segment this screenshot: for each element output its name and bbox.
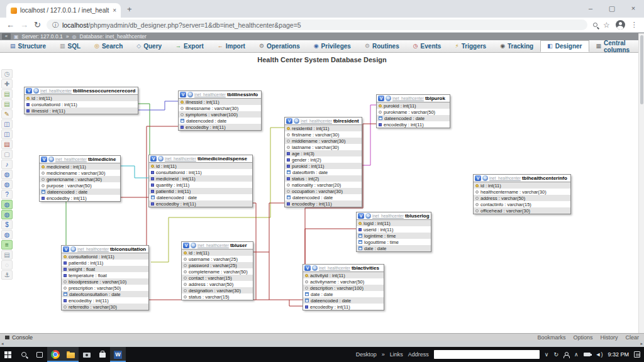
- links-toolbar-label[interactable]: Links: [390, 351, 403, 358]
- reload-icon[interactable]: ↻: [34, 20, 41, 30]
- table-field[interactable]: logintime : time: [357, 233, 431, 239]
- help-clock-icon[interactable]: ◷: [1, 69, 13, 79]
- globe-icon[interactable]: ◍: [1, 170, 13, 179]
- tab-events[interactable]: ◷Events: [406, 40, 448, 52]
- table-field[interactable]: dateencoded : date: [149, 194, 252, 200]
- back-icon[interactable]: ←: [6, 20, 14, 30]
- select-table-icon[interactable]: V: [41, 156, 47, 162]
- clock[interactable]: 9:32 PM: [608, 351, 629, 358]
- table-header[interactable]: V⚙inet_healthcentertblpurok: [377, 95, 450, 102]
- table-tblmedicinedispense[interactable]: V⚙inet_healthcentertblmedicinedispenseid…: [148, 155, 253, 207]
- table-tblmedicine[interactable]: V⚙inet_healthcentertblmedicinemedicineid…: [39, 155, 121, 202]
- save-icon[interactable]: ◫: [1, 119, 13, 129]
- table-header[interactable]: V⚙inet_healthcentertblmedicinedispense: [149, 155, 252, 163]
- show-hidden-icons-icon[interactable]: ∧: [574, 351, 579, 358]
- tab-query[interactable]: ◇Query: [130, 40, 169, 52]
- select-table-icon[interactable]: V: [180, 92, 186, 97]
- table-options-icon[interactable]: ⚙: [70, 246, 76, 252]
- table-field[interactable]: illnessname : varchar(30): [179, 105, 261, 111]
- desktop-toolbar-label[interactable]: Desktop: [356, 351, 377, 358]
- maximize-button[interactable]: ▢: [601, 0, 623, 18]
- table-field[interactable]: logid : int(11): [357, 220, 431, 226]
- table-options-icon[interactable]: ⚙: [294, 118, 299, 124]
- edit-page-icon[interactable]: ✎: [1, 109, 13, 119]
- table-field[interactable]: id : int(11): [149, 163, 252, 169]
- select-table-icon[interactable]: V: [358, 213, 364, 219]
- address-input[interactable]: [434, 350, 540, 359]
- table-field[interactable]: address : varchar(50): [182, 281, 253, 287]
- table-field[interactable]: lastname : varchar(30): [285, 144, 362, 150]
- people-icon[interactable]: [564, 352, 569, 358]
- explorer-taskbar-button[interactable]: [63, 347, 79, 362]
- tab-sql[interactable]: ▥SQL: [53, 40, 87, 52]
- toolbar-chevron-icon[interactable]: »: [382, 351, 385, 358]
- table-field[interactable]: completename : varchar(50): [182, 268, 253, 275]
- table-field[interactable]: date : date: [357, 245, 431, 251]
- collapse-icon[interactable]: «: [2, 33, 11, 40]
- help-icon[interactable]: ?: [1, 190, 13, 199]
- table-field[interactable]: nationality : varchar(20): [285, 182, 362, 188]
- url-bar[interactable]: ⓘ localhost/phpmyadmin/db_designer.php?s…: [47, 19, 587, 30]
- console-link-clear[interactable]: Clear: [625, 334, 639, 341]
- table-tblpurok[interactable]: V⚙inet_healthcentertblpurokpurokid : int…: [376, 94, 450, 128]
- table-field[interactable]: middlename : varchar(30): [285, 138, 362, 144]
- table-field[interactable]: healthcentername : varchar(30): [474, 189, 570, 195]
- table-options-icon[interactable]: ⚙: [158, 156, 164, 162]
- table-tblresident[interactable]: V⚙inet_healthcentertblresidentresidentid…: [284, 117, 362, 207]
- off-circle-icon[interactable]: ◌: [1, 260, 13, 270]
- tab-central-columns[interactable]: ▦Central columns: [589, 40, 644, 52]
- table-field[interactable]: dateencoded : date: [285, 194, 362, 200]
- address-go-icon[interactable]: ↻: [553, 351, 558, 358]
- page-icon[interactable]: ▤: [1, 250, 13, 260]
- table-field[interactable]: dateencoded : date: [40, 189, 120, 195]
- table-field[interactable]: username : varchar(25): [182, 256, 253, 262]
- table-field[interactable]: dateofbirth : date: [285, 169, 362, 175]
- console-link-bookmarks[interactable]: Bookmarks: [537, 334, 565, 341]
- camera-taskbar-button[interactable]: [79, 347, 94, 362]
- tab-tracking[interactable]: ◉Tracking: [493, 40, 540, 52]
- table-field[interactable]: encodedby : int(11): [62, 297, 148, 304]
- table-header[interactable]: V⚙inet_healthcentertbluserlog: [357, 212, 431, 220]
- table-field[interactable]: id : int(11): [182, 250, 253, 256]
- tab-close-icon[interactable]: ×: [113, 7, 116, 14]
- table-tbluser[interactable]: V⚙inet_healthcentertbluserid : int(11)us…: [181, 241, 253, 300]
- table-field[interactable]: description : varchar(100): [303, 285, 384, 291]
- fullscreen-icon[interactable]: ✚: [1, 79, 13, 89]
- tab-designer[interactable]: ◧Designer: [540, 40, 589, 52]
- table-field[interactable]: dateofconsultation : date: [62, 291, 148, 297]
- table-field[interactable]: medicinename : varchar(30): [40, 170, 120, 176]
- bookmark-star-icon[interactable]: ☆: [603, 21, 610, 30]
- table-field[interactable]: patientid : int(11): [149, 188, 252, 194]
- table-field[interactable]: contactinfo : varchar(15): [474, 201, 570, 207]
- table-field[interactable]: status : int(2): [285, 175, 362, 182]
- table-field[interactable]: firstname : varchar(30): [285, 131, 362, 138]
- table-field[interactable]: symptoms : varchar(100): [179, 111, 261, 118]
- breadcrumb-server[interactable]: Server: 127.0.0.1: [22, 33, 63, 40]
- table-field[interactable]: activityid : int(11): [303, 272, 384, 278]
- table-field[interactable]: residentid : int(11): [285, 125, 362, 131]
- direct-links-icon[interactable]: ◍: [1, 210, 13, 219]
- table-field[interactable]: address : varchar(50): [474, 195, 570, 201]
- table-field[interactable]: gender : int(2): [285, 156, 362, 163]
- table-field[interactable]: purpose : varchar(50): [40, 182, 120, 189]
- table-field[interactable]: illnessid : int(11): [179, 99, 261, 105]
- tab-operations[interactable]: ⚙Operations: [252, 40, 307, 52]
- tab-privileges[interactable]: ◉Privileges: [307, 40, 358, 52]
- table-tblconsultation[interactable]: V⚙inet_healthcentertblconsultationconsul…: [61, 245, 149, 310]
- tab-structure[interactable]: ▤Structure: [3, 40, 53, 52]
- table-field[interactable]: consultationid : int(11): [25, 101, 138, 107]
- tab-routines[interactable]: ⚙Routines: [358, 40, 406, 52]
- select-table-icon[interactable]: V: [378, 96, 384, 101]
- table-field[interactable]: purokname : varchar(50): [377, 109, 450, 115]
- grid-list-icon[interactable]: ≡: [1, 240, 13, 250]
- table-field[interactable]: weight : float: [62, 266, 148, 272]
- table-field[interactable]: dateencoded : date: [179, 118, 261, 124]
- close-button[interactable]: ×: [623, 0, 644, 18]
- table-field[interactable]: date : date: [303, 291, 384, 297]
- table-options-icon[interactable]: ⚙: [191, 243, 196, 248]
- delete-page-icon[interactable]: ▤: [1, 140, 13, 149]
- task-view-button[interactable]: [31, 347, 47, 362]
- profile-avatar[interactable]: [616, 20, 625, 30]
- table-field[interactable]: encodedby : int(11): [149, 200, 252, 207]
- console-link-options[interactable]: Options: [573, 334, 592, 341]
